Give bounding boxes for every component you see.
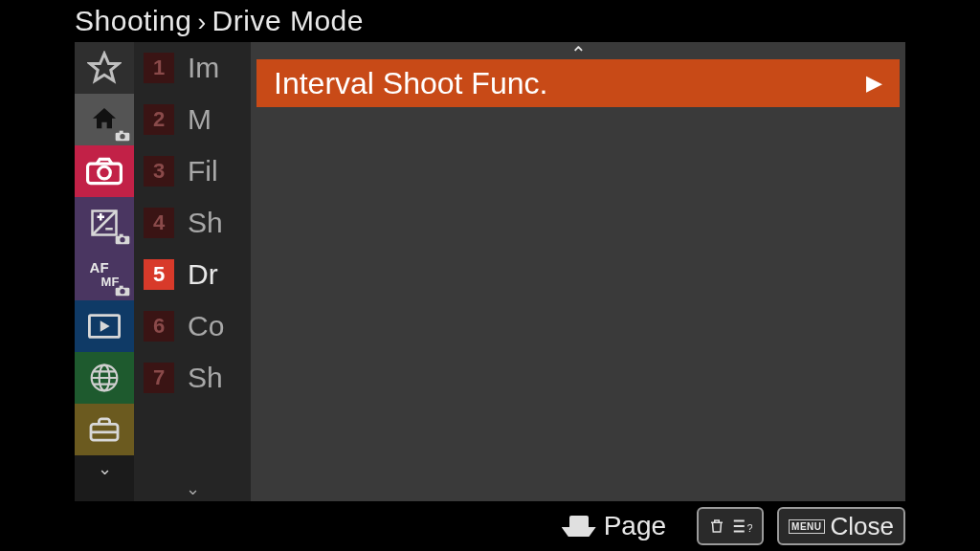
section-item[interactable]: 7 Sh (134, 352, 251, 404)
section-item[interactable]: 5 Dr (134, 249, 251, 300)
svg-marker-0 (90, 54, 119, 81)
section-item[interactable]: 4 Sh (134, 197, 251, 249)
rail-scroll-down[interactable]: ⌄ (75, 455, 134, 482)
camera-icon (86, 157, 122, 186)
star-icon (87, 51, 122, 85)
section-item[interactable]: 6 Co (134, 300, 251, 352)
svg-point-5 (99, 166, 111, 179)
chevron-right-icon: ▶ (866, 71, 882, 96)
menu-badge: MENU (789, 519, 824, 534)
svg-point-9 (120, 237, 124, 242)
svg-point-3 (120, 134, 124, 139)
svg-text:?: ? (747, 522, 753, 534)
svg-rect-8 (120, 234, 123, 237)
page-hint: Page (562, 511, 666, 541)
section-number: 1 (144, 53, 174, 83)
page-counter: 9/63 (905, 5, 963, 37)
tab-playback[interactable] (75, 300, 134, 352)
section-label: M (188, 103, 212, 136)
chevron-down-icon: ⌄ (186, 478, 200, 499)
trash-icon (708, 517, 725, 536)
camera-mini-icon (115, 285, 130, 297)
tab-network[interactable] (75, 352, 134, 404)
option-label: Interval Shoot Func. (274, 66, 547, 101)
page-label: Page (604, 511, 666, 541)
help-list-icon: ? (731, 518, 752, 535)
section-label: Sh (188, 207, 223, 239)
camera-mini-icon (115, 233, 130, 245)
tab-favorites[interactable] (75, 42, 134, 94)
section-number: 5 (144, 259, 174, 290)
option-interval-shoot[interactable]: Interval Shoot Func. ▶ (256, 59, 900, 107)
bottom-bar: Page ? MENU Close (0, 501, 980, 551)
section-scroll-down[interactable]: ⌄ (134, 478, 251, 499)
chevron-down-icon: ⌄ (98, 458, 112, 479)
section-list: 1 Im 2 M 3 Fil 4 Sh 5 Dr 6 Co 7 Sh ⌄ (134, 42, 251, 501)
section-number: 4 (144, 208, 174, 238)
svg-point-12 (120, 289, 124, 294)
toolbox-icon (88, 416, 121, 443)
breadcrumb: Shooting › Drive Mode 9/63 (0, 0, 980, 42)
category-rail: AF MF ⌄ (75, 42, 134, 501)
section-label: Dr (188, 258, 218, 291)
camera-mini-icon (115, 130, 130, 142)
playback-icon (88, 313, 121, 340)
tab-shooting[interactable] (75, 145, 134, 197)
section-item[interactable]: 3 Fil (134, 145, 251, 197)
section-label: Fil (188, 155, 218, 187)
section-number: 2 (144, 104, 174, 135)
breadcrumb-level1: Shooting (75, 5, 191, 37)
chevron-right-icon: › (197, 8, 206, 37)
globe-icon (89, 363, 120, 393)
wheel-icon (562, 516, 596, 537)
options-scroll-up[interactable]: ⌃ (251, 42, 905, 59)
tab-focus[interactable]: AF MF (75, 249, 134, 300)
section-label: Co (188, 310, 224, 342)
section-item[interactable]: 1 Im (134, 42, 251, 94)
section-number: 3 (144, 156, 174, 187)
breadcrumb-level2: Drive Mode (212, 5, 364, 37)
section-label: Im (188, 52, 219, 84)
svg-rect-11 (120, 286, 123, 289)
svg-marker-14 (100, 320, 110, 331)
section-label: Sh (188, 362, 223, 394)
options-panel: ⌃ Interval Shoot Func. ▶ (251, 42, 905, 501)
tab-setup[interactable] (75, 404, 134, 455)
af-label: AF (90, 259, 109, 276)
help-button[interactable]: ? (697, 507, 764, 545)
tab-main[interactable] (75, 94, 134, 145)
tab-exposure[interactable] (75, 197, 134, 249)
section-item[interactable]: 2 M (134, 94, 251, 145)
close-label: Close (831, 512, 894, 541)
section-number: 6 (144, 311, 174, 342)
svg-rect-2 (120, 131, 123, 134)
section-number: 7 (144, 363, 174, 393)
close-button[interactable]: MENU Close (777, 507, 905, 545)
